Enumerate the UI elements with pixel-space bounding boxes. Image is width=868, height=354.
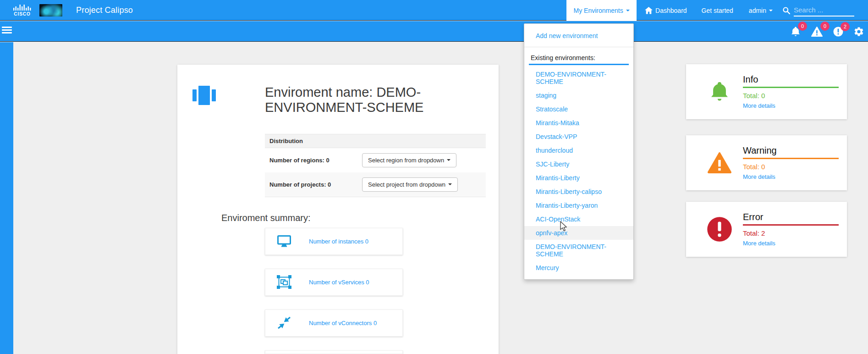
error-status-card: Error Total: 2 More details bbox=[686, 202, 847, 257]
environment-item[interactable]: Stratoscale bbox=[524, 102, 633, 116]
select-project-dropdown-button[interactable]: Select project from dropdown bbox=[362, 177, 458, 192]
vservices-summary-card[interactable]: Number of vServices 0 bbox=[265, 269, 403, 296]
info-total: Total: 0 bbox=[743, 92, 839, 100]
environment-item[interactable]: Mirantis-Liberty bbox=[524, 171, 633, 185]
environment-summary-header: Enviroment summary: bbox=[221, 213, 499, 223]
environment-card-header: Enviroment name: DEMO-ENVIRONMENT-SCHEME bbox=[177, 65, 499, 116]
caret-down-icon bbox=[769, 10, 773, 11]
nav-get-started[interactable]: Get started bbox=[702, 7, 733, 14]
notifications-bell-button[interactable]: 0 bbox=[791, 26, 801, 37]
error-title: Error bbox=[743, 212, 839, 224]
settings-button[interactable] bbox=[853, 26, 864, 37]
alert-badge: 2 bbox=[841, 22, 850, 31]
bell-badge: 0 bbox=[798, 22, 807, 31]
warning-status-card: Warning Total: 0 More details bbox=[686, 135, 847, 190]
search-icon bbox=[783, 7, 790, 14]
environment-item[interactable]: Devstack-VPP bbox=[524, 130, 633, 144]
info-underline bbox=[743, 87, 839, 88]
brand-thumbnail-image bbox=[39, 4, 62, 17]
caret-down-icon bbox=[626, 10, 630, 11]
notification-icons: 0 0 2 bbox=[780, 21, 864, 42]
warning-title: Warning bbox=[743, 145, 839, 158]
environments-dropdown-menu: Add new environment Existing environment… bbox=[524, 23, 634, 280]
collapsed-sidebar bbox=[0, 42, 13, 354]
bell-icon bbox=[709, 81, 730, 103]
mouse-cursor-icon bbox=[558, 221, 568, 232]
select-region-dropdown-button[interactable]: Select region from dropdown bbox=[362, 153, 456, 167]
info-title: Info bbox=[743, 74, 839, 87]
regions-label: Number of regions: 0 bbox=[269, 157, 362, 164]
add-new-environment-link[interactable]: Add new environment bbox=[524, 28, 633, 43]
nav-get-started-label: Get started bbox=[702, 7, 733, 14]
summary-card-partial bbox=[265, 350, 403, 354]
top-navbar: CISCO Project Calipso My Environments Da… bbox=[0, 0, 868, 21]
environment-item[interactable]: SJC-Liberty bbox=[524, 157, 633, 171]
environment-card: Enviroment name: DEMO-ENVIRONMENT-SCHEME… bbox=[177, 65, 499, 354]
home-icon bbox=[645, 7, 653, 14]
dropdown-header-underline bbox=[529, 64, 629, 65]
secondary-toolbar: 0 0 2 bbox=[0, 21, 868, 42]
environment-item[interactable]: DEMO-ENVIRONMENT-SCHEME bbox=[524, 67, 633, 88]
projects-row: Number of projects: 0 Select project fro… bbox=[265, 172, 486, 197]
svg-text:CISCO: CISCO bbox=[14, 11, 31, 17]
cisco-logo: CISCO bbox=[13, 4, 32, 17]
environment-item[interactable]: Mirantis-Liberty-calipso bbox=[524, 185, 633, 199]
vconnectors-count-label: Number of vConnectors 0 bbox=[309, 320, 377, 326]
gear-icon bbox=[853, 26, 864, 37]
search-box bbox=[783, 5, 854, 17]
navbar-links: My Environments Dashboard Get started ad… bbox=[566, 0, 868, 21]
environment-item[interactable]: Mercury bbox=[524, 261, 633, 275]
select-project-label: Select project from dropdown bbox=[368, 181, 445, 188]
error-total: Total: 2 bbox=[743, 229, 839, 237]
warning-badge: 0 bbox=[820, 22, 830, 31]
my-environments-label: My Environments bbox=[574, 7, 623, 14]
instances-count-label: Number of instances 0 bbox=[309, 238, 368, 245]
existing-environments-header: Existing environments: bbox=[524, 51, 633, 62]
my-environments-menu[interactable]: My Environments bbox=[566, 0, 637, 21]
environment-item[interactable]: DEMO-ENVIRONMENT-SCHEME bbox=[524, 240, 633, 261]
info-status-card: Info Total: 0 More details bbox=[686, 64, 847, 119]
environment-item[interactable]: staging bbox=[524, 88, 633, 102]
nav-dashboard[interactable]: Dashboard bbox=[645, 7, 687, 14]
app-title[interactable]: Project Calipso bbox=[76, 6, 133, 15]
warning-total: Total: 0 bbox=[743, 163, 839, 171]
nav-admin-menu[interactable]: admin bbox=[749, 7, 773, 14]
hamburger-menu-icon[interactable] bbox=[2, 25, 12, 35]
nav-admin-label: admin bbox=[749, 7, 766, 14]
error-circle-icon bbox=[707, 216, 732, 242]
environment-title: Enviroment name: DEMO-ENVIRONMENT-SCHEME bbox=[265, 85, 486, 116]
environment-item[interactable]: ACI-OpenStack bbox=[524, 212, 633, 226]
warning-triangle-icon bbox=[706, 151, 733, 174]
monitor-icon bbox=[277, 235, 291, 248]
dropdown-divider bbox=[524, 47, 633, 47]
error-underline bbox=[743, 224, 839, 226]
environment-item[interactable]: Mirantis-Mitaka bbox=[524, 116, 633, 130]
instances-summary-card[interactable]: Number of instances 0 bbox=[265, 228, 403, 255]
distribution-header: Distribution bbox=[265, 134, 486, 148]
warning-underline bbox=[743, 158, 839, 159]
distribution-table: Distribution Number of regions: 0 Select… bbox=[265, 134, 486, 197]
caret-down-icon bbox=[447, 159, 450, 161]
environment-icon bbox=[192, 85, 216, 106]
environment-item-hovered[interactable]: opnfv-apex bbox=[524, 226, 633, 240]
select-region-label: Select region from dropdown bbox=[368, 157, 444, 164]
regions-row: Number of regions: 0 Select region from … bbox=[265, 148, 486, 172]
projects-label: Number of projects: 0 bbox=[269, 181, 362, 188]
vconnector-icon bbox=[277, 316, 291, 329]
info-more-details-link[interactable]: More details bbox=[743, 102, 839, 109]
environment-item[interactable]: thundercloud bbox=[524, 144, 633, 157]
alerts-button[interactable]: 2 bbox=[833, 27, 843, 37]
caret-down-icon bbox=[448, 183, 452, 185]
warnings-button[interactable]: 0 bbox=[811, 26, 823, 37]
warning-more-details-link[interactable]: More details bbox=[743, 173, 839, 180]
vservices-count-label: Number of vServices 0 bbox=[309, 279, 369, 286]
vservice-icon bbox=[277, 275, 291, 289]
vconnectors-summary-card[interactable]: Number of vConnectors 0 bbox=[265, 310, 403, 337]
error-more-details-link[interactable]: More details bbox=[743, 240, 839, 247]
nav-dashboard-label: Dashboard bbox=[655, 7, 687, 14]
environment-item[interactable]: Mirantis-Liberty-yaron bbox=[524, 199, 633, 212]
search-input[interactable] bbox=[794, 5, 854, 17]
